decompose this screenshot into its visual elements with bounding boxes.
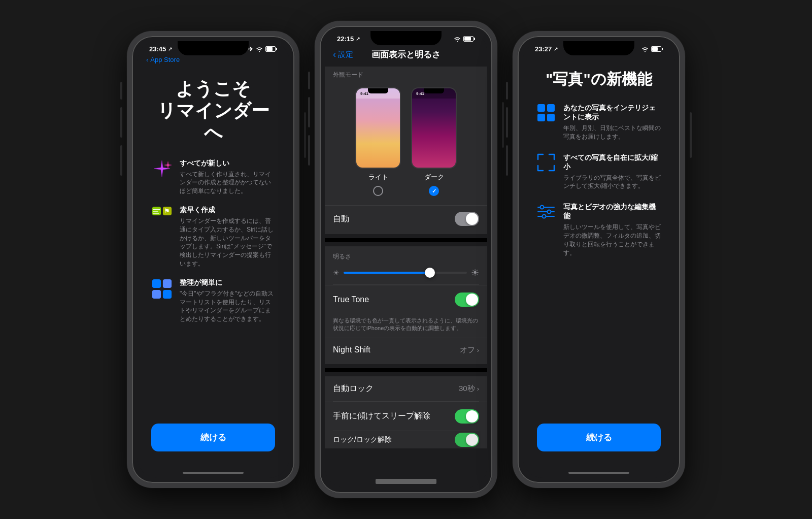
raise-sleep-row: 手前に傾けてスリープ解除 xyxy=(325,402,487,431)
list-reminders-icon: ⚑ xyxy=(151,206,173,227)
settings-divider-2 xyxy=(325,368,487,372)
photo-feature1-title: あなたの写真をインテリジェントに表示 xyxy=(563,104,661,122)
time-reminders: 23:45 xyxy=(149,45,166,53)
volume-down-button-photos xyxy=(506,145,508,176)
volume-up-button-display xyxy=(308,97,310,127)
settings-divider-1 xyxy=(325,238,487,242)
phone-frame-display: 22:15 ↗ xyxy=(315,21,497,498)
light-label: ライト xyxy=(368,173,388,182)
notch-reminders xyxy=(178,41,249,55)
back-label: App Store xyxy=(150,56,180,63)
auto-lock-section: 自動ロック 30秒 › 手前に傾けてスリープ解除 xyxy=(325,376,487,448)
svg-point-22 xyxy=(543,215,546,218)
feature1-desc: すべて新しく作り直され、リマインダーの作成と整理がかつてないほど簡単になりました… xyxy=(180,170,275,196)
night-shift-row[interactable]: Night Shift オフ › xyxy=(325,338,487,362)
airplane-icon: ✈ xyxy=(248,46,253,53)
sparkle-icon xyxy=(151,159,173,180)
chevron-auto-lock: › xyxy=(477,385,479,393)
true-tone-toggle[interactable] xyxy=(455,293,479,307)
volume-up-button xyxy=(120,107,122,138)
radio-checkmark: ✓ xyxy=(432,188,436,194)
brightness-slider-row: ☀ ☀ xyxy=(325,263,487,284)
appearance-light[interactable]: 9:41 ライト xyxy=(355,87,401,196)
sliders-edit-icon xyxy=(537,203,555,221)
mute-button xyxy=(120,82,122,100)
auto-lock-label: 自動ロック xyxy=(333,383,374,394)
home-indicator-display xyxy=(376,479,436,484)
dark-preview: 9:41 xyxy=(411,87,457,169)
appearance-options: 9:41 ライト 9:41 ダーク xyxy=(325,82,487,201)
brightness-low-icon: ☀ xyxy=(333,269,340,277)
chevron-night-shift: › xyxy=(477,346,479,354)
light-preview: 9:41 xyxy=(355,87,401,169)
time-display: 22:15 xyxy=(337,35,354,43)
auto-row: 自動 xyxy=(325,205,487,232)
feature1-title: すべてが新しい xyxy=(180,159,275,168)
true-tone-label: True Tone xyxy=(333,295,369,304)
continue-button-reminders[interactable]: 続ける xyxy=(151,424,275,451)
svg-point-20 xyxy=(540,206,544,209)
feature-item-new: すべてが新しい すべて新しく作り直され、リマインダーの作成と整理がかつてないほど… xyxy=(151,159,275,196)
location-icon-photos: ↗ xyxy=(554,46,558,52)
phone-display: 22:15 ↗ xyxy=(315,21,497,498)
volume-up-button-photos xyxy=(506,107,508,138)
photo-feature-edit: 写真とビデオの強力な編集機能 新しいツールを使用して、写真やビデオの微調整、フィ… xyxy=(537,203,661,257)
photo-feature-smart: あなたの写真をインテリジェントに表示 年別、月別、日別にベストな瞬間の写真をお届… xyxy=(537,104,661,141)
dark-radio: ✓ xyxy=(429,186,439,196)
svg-rect-2 xyxy=(153,209,160,210)
volume-down-button-display xyxy=(308,135,310,166)
light-radio xyxy=(373,186,383,196)
auto-toggle[interactable] xyxy=(455,212,479,226)
notch-display xyxy=(370,31,442,45)
volume-down-button xyxy=(120,145,122,176)
phone-screen-photos: 23:27 ↗ xyxy=(523,41,675,478)
time-photos: 23:27 xyxy=(535,45,552,53)
brightness-label: 明るさ xyxy=(325,248,487,263)
location-icon-display: ↗ xyxy=(356,36,360,42)
phone-frame-photos: 23:27 ↗ xyxy=(513,31,685,488)
nav-back-display[interactable]: ‹ 設定 xyxy=(333,49,353,60)
lock-unlock-row: ロック/ロック解除 xyxy=(325,431,487,448)
svg-rect-9 xyxy=(152,290,161,299)
continue-button-photos[interactable]: 続ける xyxy=(537,424,661,451)
feature3-desc: "今日"や"フラグ付き"などの自動スマートリストを使用したり、リストやリマインダ… xyxy=(180,289,275,323)
chevron-left-icon: ‹ xyxy=(146,56,148,63)
home-indicator-reminders xyxy=(183,472,244,474)
lock-unlock-toggle[interactable] xyxy=(455,433,479,447)
home-indicator-photos xyxy=(568,472,629,474)
wifi-icon xyxy=(255,46,263,52)
nav-bar-display: ‹ 設定 画面表示と明るさ xyxy=(325,45,487,67)
svg-rect-13 xyxy=(537,104,545,112)
auto-lock-row[interactable]: 自動ロック 30秒 › xyxy=(325,376,487,401)
night-shift-value-text: オフ xyxy=(460,345,475,355)
svg-point-12 xyxy=(645,51,646,52)
power-button-photos xyxy=(690,112,692,158)
true-tone-desc: 異なる環境でも色が一貫して表示されるように、環境光の状況に応じてiPhoneの表… xyxy=(325,314,487,338)
back-nav-reminders[interactable]: ‹ App Store xyxy=(137,55,289,68)
night-shift-label: Night Shift xyxy=(333,345,370,354)
power-button-display xyxy=(502,102,504,148)
svg-rect-16 xyxy=(547,114,555,121)
nav-title-display: 画面表示と明るさ xyxy=(371,49,441,60)
raise-sleep-toggle[interactable] xyxy=(455,409,479,424)
svg-rect-10 xyxy=(163,290,172,299)
brightness-slider[interactable] xyxy=(344,272,467,274)
chevron-back-icon: ‹ xyxy=(333,49,336,60)
phone-photos: 23:27 ↗ xyxy=(513,31,685,488)
feature2-title: 素早く作成 xyxy=(180,206,275,215)
phone-screen-reminders: 23:45 ↗ ✈ xyxy=(137,41,289,478)
photo-feature2-desc: ライブラリの写真全体で、写真をピンチして拡大/縮小できます。 xyxy=(563,174,661,191)
svg-rect-8 xyxy=(163,279,172,288)
mute-button-photos xyxy=(506,82,508,100)
lock-unlock-label: ロック/ロック解除 xyxy=(333,435,392,444)
mute-button-display xyxy=(308,72,310,89)
svg-rect-4 xyxy=(153,213,159,214)
auto-lock-value: 30秒 › xyxy=(459,384,479,394)
wifi-icon-display xyxy=(453,36,461,42)
svg-point-11 xyxy=(457,41,458,42)
photos-title: "写真"の新機能 xyxy=(537,70,661,88)
phone-reminders: 23:45 ↗ ✈ xyxy=(127,31,299,488)
svg-rect-14 xyxy=(547,104,555,112)
appearance-dark[interactable]: 9:41 ダーク ✓ xyxy=(411,87,457,196)
wifi-icon-photos xyxy=(641,46,649,52)
